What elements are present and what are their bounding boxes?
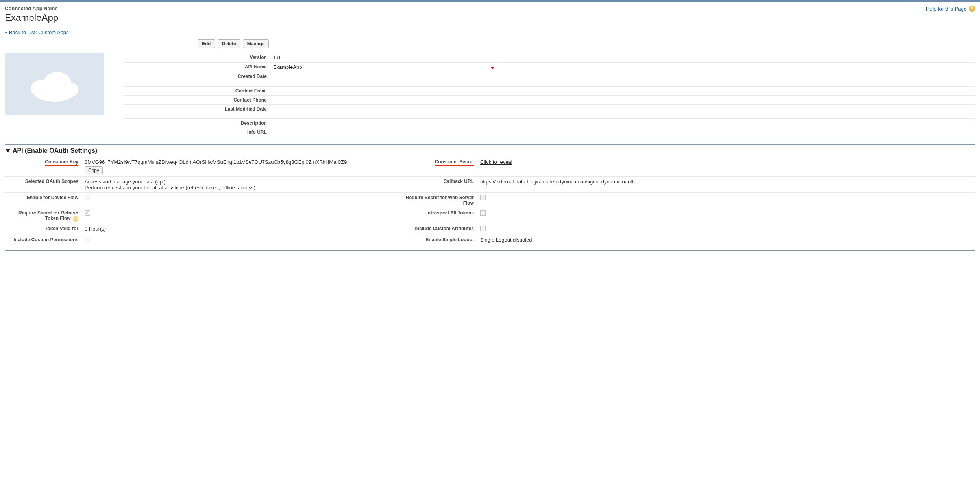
back-link[interactable]: « Back to List: Custom Apps — [5, 30, 69, 35]
page-heading: Connected App Name ExampleApp — [5, 6, 58, 23]
value-callback-url: https://external-data-for-jira.codeforty… — [477, 177, 975, 193]
reveal-secret-link[interactable]: Click to reveal — [480, 159, 512, 165]
label-oauth-scopes: Selected OAuth Scopes — [5, 177, 81, 193]
copy-button[interactable]: Copy — [85, 166, 103, 174]
api-section-header[interactable]: API (Enable OAuth Settings) — [5, 145, 975, 157]
value-token-valid: 0 Hour(s) — [81, 224, 392, 235]
label-api-name: API Name — [124, 63, 270, 72]
label-require-secret-web: Require Secret for Web Server Flow — [392, 193, 477, 208]
help-link-label: Help for this Page — [926, 6, 967, 12]
label-introspect: Introspect All Tokens — [392, 208, 477, 224]
page-title: ExampleApp — [5, 12, 58, 23]
label-contact-email: Contact Email — [124, 86, 270, 95]
app-detail-table: Version 1.0 API Name ExampleApp Created … — [124, 53, 975, 137]
label-info-url: Info URL — [124, 128, 270, 137]
label-token-valid: Token Valid for — [5, 224, 81, 235]
label-single-logout: Enable Single Logout — [392, 235, 477, 246]
help-icon[interactable] — [73, 216, 78, 222]
cloud-icon — [25, 66, 84, 102]
value-version: 1.0 — [270, 53, 620, 63]
label-version: Version — [124, 53, 270, 63]
value-api-name: ExampleApp — [270, 63, 620, 72]
page-subtitle: Connected App Name — [5, 6, 58, 11]
value-consumer-secret: Click to reveal — [477, 157, 975, 177]
label-last-modified: Last Modified Date — [124, 104, 270, 113]
collapse-icon — [6, 149, 10, 152]
section-end-divider — [5, 250, 975, 251]
action-buttons: Edit Delete Manage — [198, 39, 975, 48]
value-consumer-key: 3MVG96_7YM2sI9wT7qgmMuisZDfweq4QLdmAOrSH… — [81, 157, 392, 177]
error-dot-icon — [491, 67, 494, 69]
checkbox-require-secret-refresh — [85, 210, 90, 216]
label-description: Description — [124, 119, 270, 128]
checkbox-introspect — [480, 210, 486, 216]
help-link[interactable]: Help for this Page ? — [926, 6, 975, 12]
api-section-title: API (Enable OAuth Settings) — [13, 147, 97, 154]
svg-point-3 — [34, 84, 75, 102]
label-require-secret-refresh: Require Secret for Refresh Token Flow — [5, 208, 81, 224]
app-logo-placeholder — [5, 53, 104, 115]
manage-button[interactable]: Manage — [243, 39, 269, 48]
value-single-logout: Single Logout disabled — [477, 235, 975, 246]
label-include-custom-perm: Include Custom Permissions — [5, 235, 81, 246]
help-icon: ? — [969, 6, 975, 12]
label-contact-phone: Contact Phone — [124, 95, 270, 104]
label-created-date: Created Date — [124, 72, 270, 81]
label-consumer-key: Consumer Key — [5, 157, 81, 177]
api-settings-table: Consumer Key 3MVG96_7YM2sI9wT7qgmMuisZDf… — [5, 157, 975, 246]
checkbox-include-custom-attr — [480, 226, 486, 231]
label-callback-url: Callback URL — [392, 177, 477, 193]
label-device-flow: Enable for Device Flow — [5, 193, 81, 208]
checkbox-include-custom-perm — [85, 237, 90, 242]
delete-button[interactable]: Delete — [218, 39, 240, 48]
edit-button[interactable]: Edit — [198, 39, 215, 48]
label-consumer-secret: Consumer Secret — [392, 157, 477, 177]
value-oauth-scopes: Access and manage your data (api) Perfor… — [81, 177, 392, 193]
checkbox-require-secret-web — [480, 195, 486, 200]
checkbox-device-flow — [85, 195, 90, 200]
label-include-custom-attr: Include Custom Attributes — [392, 224, 477, 235]
